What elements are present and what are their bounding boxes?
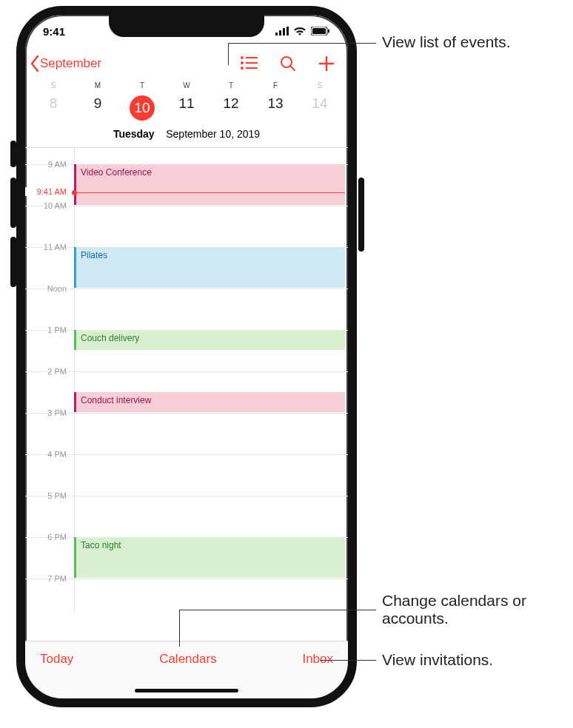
dow-label: S [298, 81, 342, 90]
hour-label: 1 PM [25, 326, 71, 334]
svg-rect-1 [279, 30, 281, 36]
phone-frame: 9:41 September [16, 6, 357, 707]
hour-label: 4 PM [25, 450, 71, 459]
hour-label: 2 PM [25, 367, 71, 376]
selected-date-full: Tuesday September 10, 2019 [25, 125, 348, 147]
today-button[interactable]: Today [40, 652, 73, 667]
hour-gridline [25, 289, 348, 289]
hour-gridline [25, 496, 348, 496]
calendars-button[interactable]: Calendars [159, 652, 217, 667]
svg-rect-5 [312, 28, 326, 34]
day-number[interactable]: 12 [209, 91, 253, 125]
svg-rect-8 [246, 57, 258, 58]
dow-label: S [31, 81, 76, 90]
hour-gridline [25, 206, 348, 206]
callout-calendars: Change calendars or accounts. [382, 592, 560, 627]
svg-rect-12 [246, 67, 258, 69]
hour-label: 3 PM [25, 408, 71, 417]
week-day-letters: SMTWTFS [25, 80, 348, 90]
dow-label: T [120, 81, 164, 90]
back-button[interactable]: September [30, 55, 101, 72]
dow-label: T [209, 81, 253, 90]
wifi-icon [293, 27, 306, 36]
svg-point-7 [241, 56, 244, 59]
calendar-event[interactable]: Couch delivery [74, 330, 345, 350]
svg-point-9 [241, 61, 244, 64]
dow-label: W [164, 81, 209, 90]
status-time: 9:41 [43, 25, 65, 38]
hour-label: 10 AM [25, 201, 71, 210]
search-icon[interactable] [280, 55, 296, 72]
hour-gridline [25, 579, 348, 579]
hour-gridline [25, 454, 348, 455]
day-timeline[interactable]: 9 AM10 AM11 AMNoon1 PM2 PM3 PM4 PM5 PM6 … [25, 147, 348, 613]
svg-rect-0 [275, 33, 278, 36]
hour-gridline [25, 413, 348, 414]
add-event-icon[interactable] [318, 55, 335, 72]
day-number[interactable]: 8 [31, 91, 76, 125]
day-number[interactable]: 13 [253, 91, 298, 125]
hour-label: 5 PM [25, 491, 71, 500]
calendar-event[interactable]: Conduct interview [74, 392, 345, 412]
inbox-button[interactable]: Inbox [302, 652, 333, 667]
calendar-event[interactable]: Video Conference [74, 164, 345, 205]
hour-label: 7 PM [25, 574, 71, 583]
svg-rect-6 [328, 30, 329, 33]
nav-bar: September [25, 47, 348, 80]
home-indicator[interactable] [135, 689, 238, 692]
svg-rect-10 [246, 62, 258, 64]
dow-label: M [76, 81, 120, 90]
list-view-icon[interactable] [240, 55, 258, 72]
battery-icon [311, 27, 330, 36]
cellular-signal-icon [275, 27, 289, 36]
notch [109, 15, 264, 37]
day-number[interactable]: 14 [298, 91, 342, 125]
callout-inbox: View invitations. [382, 651, 493, 669]
svg-rect-2 [283, 28, 285, 36]
hour-label: 9 AM [25, 160, 71, 169]
hour-label: 11 AM [25, 243, 71, 252]
callout-list: View list of events. [382, 33, 511, 51]
svg-rect-3 [286, 27, 289, 36]
hour-gridline [25, 371, 348, 372]
day-number[interactable]: 10 [120, 91, 164, 125]
bottom-toolbar: Today Calendars Inbox [25, 641, 348, 698]
calendar-event[interactable]: Pilates [74, 247, 345, 288]
day-number[interactable]: 9 [76, 91, 120, 125]
dow-label: F [253, 81, 298, 90]
calendar-event[interactable]: Taco night [74, 537, 345, 578]
selected-dayname: Tuesday [113, 128, 155, 140]
selected-date: September 10, 2019 [166, 128, 260, 140]
svg-point-11 [241, 67, 244, 70]
svg-line-14 [291, 67, 295, 71]
hour-label: Noon [25, 284, 71, 293]
hour-label: 6 PM [25, 533, 71, 542]
week-day-numbers: 891011121314 [25, 90, 348, 125]
back-label: September [40, 56, 101, 71]
day-number[interactable]: 11 [164, 91, 209, 125]
